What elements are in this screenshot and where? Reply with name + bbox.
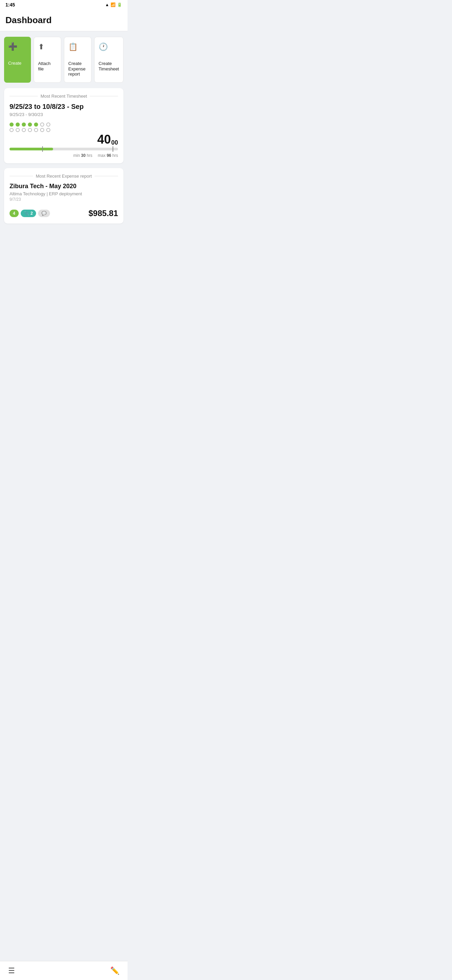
expense-label-line1: Create (68, 61, 87, 66)
timesheet-label-line2: Timesheet (98, 66, 119, 72)
expense-section-title: Most Recent Expense report (10, 173, 118, 179)
expense-date: 9/7/23 (10, 197, 118, 202)
dot-6 (40, 123, 44, 127)
page-title: Dashboard (5, 15, 122, 25)
timesheet-subtitle: 9/25/23 - 9/30/23 (10, 112, 118, 117)
dot-10 (22, 128, 26, 132)
expense-amount: $985.81 (89, 208, 118, 218)
dot-8 (10, 128, 14, 132)
status-bar: 1:45 ▲ 📶 🔋 (0, 0, 127, 10)
dot-4 (28, 123, 32, 127)
expense-footer: 4 📎 2 💬 $985.81 (10, 208, 118, 218)
signal-icon: 📶 (111, 2, 116, 7)
create-tile[interactable]: ➕ Create (4, 37, 31, 83)
timesheet-min-max: min 30 hrs max 96 hrs (10, 153, 118, 158)
range-marker-max (113, 146, 113, 152)
status-time: 1:45 (5, 2, 15, 8)
dot-13 (40, 128, 44, 132)
page-title-bar: Dashboard (0, 10, 127, 31)
expense-badges: 4 📎 2 💬 (10, 210, 50, 217)
expense-title: Zibura Tech - May 2020 (10, 183, 118, 190)
bottom-nav: ☰ ✏️ (0, 961, 127, 980)
badge-comments[interactable]: 💬 (38, 210, 50, 217)
dot-5 (34, 123, 38, 127)
expense-icon: 📋 (68, 43, 78, 51)
timesheet-dots-row1 (10, 123, 118, 127)
wifi-icon: ▲ (105, 2, 109, 7)
menu-button[interactable]: ☰ (8, 966, 15, 975)
timesheet-icon: 🕐 (98, 43, 108, 51)
range-marker-min (42, 146, 43, 152)
dot-11 (28, 128, 32, 132)
hours-sup: 00 (111, 140, 118, 146)
timesheet-card[interactable]: Most Recent Timesheet 9/25/23 to 10/8/23… (4, 88, 124, 163)
edit-button[interactable]: ✏️ (110, 966, 119, 975)
timesheet-title: 9/25/23 to 10/8/23 - Sep (10, 103, 118, 111)
dot-7 (46, 123, 50, 127)
timesheet-label-line1: Create (98, 61, 119, 66)
paperclip-icon: 📎 (24, 211, 29, 216)
battery-icon: 🔋 (117, 2, 122, 7)
dot-3 (22, 123, 26, 127)
status-icons: ▲ 📶 🔋 (105, 2, 122, 7)
dot-14 (46, 128, 50, 132)
attach-label: Attach file (38, 61, 57, 72)
expense-subtitle: Altima Technology | ERP deployment (10, 191, 118, 196)
min-label: min 30 hrs (73, 153, 92, 158)
create-icon: ➕ (8, 42, 17, 51)
expense-card[interactable]: Most Recent Expense report Zibura Tech -… (4, 168, 124, 224)
timesheet-range-bar (10, 148, 118, 150)
expense-tile[interactable]: 📋 Create Expense report (64, 37, 92, 83)
dot-9 (16, 128, 20, 132)
timesheet-hours-display: 4000 (10, 134, 118, 146)
max-label: max 96 hrs (98, 153, 118, 158)
timesheet-tile[interactable]: 🕐 Create Timesheet (94, 37, 124, 83)
timesheet-dots-row2 (10, 128, 118, 132)
hours-big: 40 (97, 134, 111, 146)
timesheet-range-fill (10, 148, 53, 150)
dot-1 (10, 123, 14, 127)
badge-attachments[interactable]: 📎 2 (21, 210, 36, 217)
create-label: Create (8, 60, 21, 66)
quick-actions-row: ➕ Create ⬆ Attach file 📋 Create Expense … (0, 31, 127, 88)
attach-icon: ⬆ (38, 43, 44, 51)
timesheet-section-title: Most Recent Timesheet (10, 94, 118, 99)
badge-items[interactable]: 4 (10, 210, 19, 217)
expense-label-line2: Expense report (68, 66, 87, 77)
dot-12 (34, 128, 38, 132)
chat-icon: 💬 (41, 211, 47, 216)
attach-tile[interactable]: ⬆ Attach file (34, 37, 61, 83)
dot-2 (16, 123, 20, 127)
